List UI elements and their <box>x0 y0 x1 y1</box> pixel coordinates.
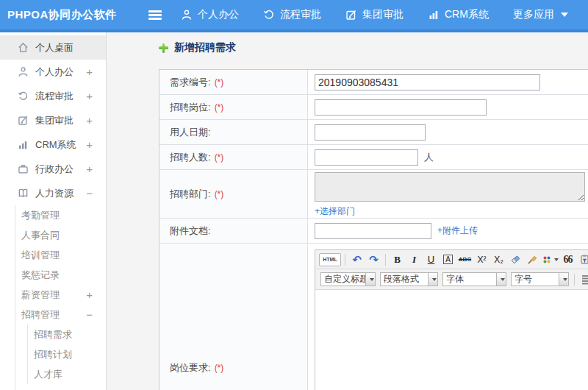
edit-square-icon <box>345 9 357 21</box>
italic-button[interactable]: I <box>406 252 422 267</box>
book-icon <box>18 188 29 199</box>
sidebar-item-recruit-demand[interactable]: 招聘需求 <box>28 325 106 344</box>
form-row-headcount: 招聘人数: (*) 人 <box>159 145 588 170</box>
strikethrough-button[interactable]: ABC <box>457 252 473 267</box>
field-label: 招聘岗位: <box>170 101 211 114</box>
sidebar-item-group-approval[interactable]: 集团审批 + <box>0 108 106 132</box>
font-border-button[interactable]: A <box>440 252 456 267</box>
home-icon <box>18 42 29 53</box>
sidebar-item-recruitment[interactable]: 招聘管理 − <box>15 305 106 325</box>
sidebar-item-recruit-plan[interactable]: 招聘计划 <box>28 344 106 364</box>
collapse-icon[interactable]: − <box>86 305 93 325</box>
app-brand: PHPOA协同办公软件 <box>7 0 117 29</box>
align-left-button[interactable] <box>579 272 588 287</box>
caret-down-icon <box>554 258 559 261</box>
sidebar-item-personal-desktop[interactable]: 个人桌面 <box>0 35 106 60</box>
expand-icon[interactable]: + <box>86 60 93 84</box>
toolbar-separator <box>345 254 345 266</box>
format-brush-button[interactable] <box>525 252 540 267</box>
field-label-cell: 用人日期: <box>159 120 308 144</box>
field-label: 招聘人数: <box>170 151 211 164</box>
expand-icon[interactable]: + <box>86 157 93 181</box>
undo-button[interactable]: ↶ <box>349 252 365 267</box>
required-marker: (*) <box>215 152 224 163</box>
sidebar-item-attendance[interactable]: 考勤管理 <box>15 205 106 225</box>
field-label-cell: 附件文档: <box>159 219 308 243</box>
hamburger-menu-icon[interactable] <box>148 10 162 13</box>
editor-toolbar-row1: HTML ↶ ↷ B I U A ABC X² X₂ <box>315 250 588 269</box>
color-palette-button[interactable] <box>542 252 559 267</box>
upload-attachment-link[interactable]: +附件上传 <box>437 224 478 237</box>
topnav-item-personal-office[interactable]: 个人办公 <box>181 8 239 21</box>
edit-square-icon <box>18 115 29 126</box>
expand-icon[interactable]: + <box>86 108 93 132</box>
sidebar-item-training[interactable]: 培训管理 <box>15 245 106 265</box>
hire-date-input[interactable] <box>315 124 426 141</box>
field-label: 岗位要求: <box>170 361 211 375</box>
bar-chart-icon <box>428 9 440 21</box>
department-textarea[interactable] <box>315 172 585 202</box>
underline-button[interactable]: U <box>423 252 439 267</box>
subscript-button[interactable]: X₂ <box>491 252 506 267</box>
recruit-demand-form: 需求编号: (*) 招聘岗位: (*) 用人日期: <box>159 69 588 390</box>
form-row-requirements: 岗位要求: (*) HTML ↶ ↷ B I U A ABC <box>159 244 588 390</box>
field-label-cell: 岗位要求: (*) <box>159 244 308 390</box>
form-row-demand-no: 需求编号: (*) <box>159 70 588 95</box>
select-department-link[interactable]: +选择部门 <box>315 205 355 218</box>
collapse-icon[interactable]: − <box>86 181 93 205</box>
form-row-hire-date: 用人日期: <box>159 120 588 145</box>
heading-select[interactable]: 自定义标题 <box>320 272 376 286</box>
paste-button[interactable] <box>577 252 588 267</box>
sidebar-item-talent-pool[interactable]: 人才库 <box>28 364 106 384</box>
font-family-select[interactable]: 字体 <box>442 272 506 286</box>
topnav-item-group-approval[interactable]: 集团审批 <box>345 8 404 21</box>
font-size-select[interactable]: 字号 <box>511 272 569 286</box>
topnav-item-crm[interactable]: CRM系统 <box>428 8 489 21</box>
eraser-button[interactable] <box>508 252 523 267</box>
sidebar-item-personal-office[interactable]: 个人办公 + <box>0 60 106 84</box>
sidebar-item-salary[interactable]: 薪资管理 + <box>15 285 106 305</box>
expand-icon[interactable]: + <box>86 285 93 305</box>
sidebar-item-hr[interactable]: 人力资源 − <box>0 181 106 205</box>
top-nav: 个人办公 流程审批 集团审批 CRM系统 更多应用 <box>181 0 568 29</box>
redo-button[interactable]: ↷ <box>366 252 381 267</box>
field-label: 招聘部门: <box>170 188 211 201</box>
toolbar-separator <box>574 274 575 286</box>
caret-down-icon <box>563 278 567 281</box>
position-input[interactable] <box>315 99 487 116</box>
field-label: 需求编号: <box>170 76 211 89</box>
attachment-input[interactable] <box>315 223 431 239</box>
field-input-cell: +选择部门 <box>308 170 588 218</box>
sidebar: 个人桌面 个人办公 + 流程审批 + 集团审批 + CRM系统 + 行政办公 +… <box>0 32 107 390</box>
blockquote-button[interactable]: 66 <box>560 252 576 267</box>
headcount-input[interactable] <box>315 149 418 166</box>
bar-chart-icon <box>18 139 29 150</box>
expand-icon[interactable]: + <box>86 132 93 157</box>
caret-down-icon <box>501 278 505 281</box>
form-row-position: 招聘岗位: (*) <box>159 95 588 120</box>
page-title: 新增招聘需求 <box>174 41 236 54</box>
bold-button[interactable]: B <box>390 252 405 267</box>
topnav-item-workflow-approval[interactable]: 流程审批 <box>263 8 321 21</box>
field-input-cell <box>308 70 588 94</box>
main-content: 新增招聘需求 需求编号: (*) 招聘岗位: (*) 用人日期: <box>107 32 588 390</box>
sidebar-item-admin-office[interactable]: 行政办公 + <box>0 157 106 181</box>
field-input-cell: HTML ↶ ↷ B I U A ABC X² X₂ <box>308 244 588 390</box>
sidebar-item-workflow-approval[interactable]: 流程审批 + <box>0 84 106 108</box>
caret-down-icon <box>561 13 568 17</box>
sidebar-item-crm[interactable]: CRM系统 + <box>0 132 106 157</box>
demand-no-input[interactable] <box>315 74 540 91</box>
sidebar-item-rewards[interactable]: 奖惩记录 <box>15 265 106 285</box>
html-source-button[interactable]: HTML <box>319 253 341 266</box>
topnav-item-more-apps[interactable]: 更多应用 <box>513 8 568 21</box>
sidebar-item-hr-contract[interactable]: 人事合同 <box>15 225 106 245</box>
cycle-arrow-icon <box>263 9 275 21</box>
briefcase-icon <box>18 163 29 174</box>
paragraph-select[interactable]: 段落格式 <box>380 272 438 286</box>
field-input-cell <box>308 120 588 144</box>
field-label-cell: 招聘岗位: (*) <box>159 95 308 119</box>
editor-content-area[interactable] <box>315 290 588 390</box>
superscript-button[interactable]: X² <box>474 252 490 267</box>
field-label: 用人日期: <box>170 126 211 139</box>
expand-icon[interactable]: + <box>86 84 93 108</box>
